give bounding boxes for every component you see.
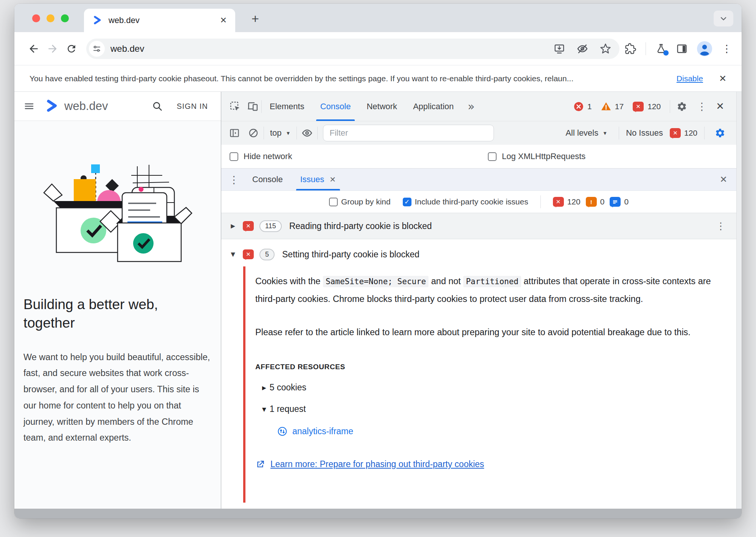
checkbox-unchecked[interactable] (230, 152, 238, 161)
issue-error-bubble-icon: ✕ (243, 221, 254, 231)
experiments-flask-icon[interactable] (655, 43, 667, 54)
cookies-tree-item[interactable]: ▶ 5 cookies (255, 382, 723, 393)
console-settings-gear-icon[interactable] (711, 125, 729, 141)
tab-console[interactable]: Console (312, 92, 359, 121)
search-icon[interactable] (152, 101, 163, 112)
inspect-element-icon[interactable] (227, 98, 244, 115)
checkbox-unchecked[interactable] (329, 198, 338, 206)
issue-title[interactable]: Setting third-party cookie is blocked (282, 249, 419, 260)
issue-title[interactable]: Reading third-party cookie is blocked (289, 221, 432, 231)
boxes-illustration (42, 161, 193, 271)
issue-row-reading-cookie[interactable]: ▶ ✕ 115 Reading third-party cookie is bl… (221, 213, 736, 239)
error-count-icon[interactable] (574, 102, 584, 111)
toolbar-separator (704, 127, 705, 139)
toolbar-separator (670, 100, 670, 113)
issue-error-bar (243, 266, 245, 503)
console-sidebar-icon[interactable] (226, 125, 243, 141)
external-link-icon (255, 460, 265, 469)
drawer-tab-issues[interactable]: Issues ✕ (292, 169, 345, 190)
group-by-kind-checkbox[interactable]: Group by kind (329, 197, 391, 206)
drawer-menu-kebab-icon[interactable]: ⋮ (224, 174, 244, 186)
devtools-menu-kebab-icon[interactable]: ⋮ (694, 101, 710, 112)
forward-icon[interactable] (43, 39, 62, 58)
bookmark-star-icon[interactable] (600, 43, 611, 54)
tab-close-icon[interactable]: ✕ (220, 15, 227, 25)
window-controls (32, 14, 69, 22)
sign-in-button[interactable]: SIGN IN (177, 102, 208, 111)
omnibox-actions (554, 43, 611, 55)
code-partitioned: Partitioned (463, 276, 521, 287)
tab-application[interactable]: Application (405, 92, 462, 121)
collapse-icon[interactable]: ▼ (229, 251, 237, 258)
console-filter-input[interactable] (323, 125, 494, 141)
drawer-close-icon[interactable]: ✕ (714, 174, 733, 185)
side-panel-icon[interactable] (676, 43, 688, 54)
no-issues-label[interactable]: No Issues (626, 128, 663, 138)
address-bar[interactable]: web.dev (86, 39, 619, 59)
learn-more-link[interactable]: Learn more: Prepare for phasing out thir… (255, 459, 723, 469)
profile-avatar[interactable] (697, 41, 712, 56)
devtools-scrollbar[interactable] (736, 92, 742, 509)
drawer-tab-console[interactable]: Console (244, 169, 292, 190)
warning-count-icon[interactable] (601, 101, 611, 111)
devtools-settings-gear-icon[interactable] (673, 98, 691, 115)
zoom-window-button[interactable] (61, 14, 69, 22)
install-app-icon[interactable] (554, 43, 565, 54)
flask-notification-dot (663, 50, 669, 56)
execution-context-selector[interactable]: top ▼ (265, 128, 295, 138)
request-link[interactable]: analytics-iframe (277, 426, 723, 436)
tab-search-chevron-icon[interactable] (714, 11, 733, 26)
site-settings-icon[interactable] (89, 41, 105, 57)
include-third-party-checkbox[interactable]: ✓ Include third-party cookie issues (403, 197, 528, 206)
issues-bubble-icon[interactable]: ✕ (633, 102, 644, 111)
checkbox-checked[interactable]: ✓ (403, 198, 411, 206)
expand-icon[interactable]: ▶ (262, 385, 266, 391)
hamburger-menu-icon[interactable] (23, 101, 35, 112)
url-text[interactable]: web.dev (110, 43, 548, 54)
infobar-close-icon[interactable]: ✕ (719, 73, 727, 84)
tab-network[interactable]: Network (359, 92, 405, 121)
issue-error-bubble-icon: ✕ (243, 249, 254, 259)
issue-info-count: 0 (610, 197, 629, 207)
close-window-button[interactable] (32, 14, 40, 22)
issue-count-pill: 5 (259, 249, 275, 260)
infobar-disable-link[interactable]: Disable (677, 74, 703, 83)
page-intro-text: We want to help you build beautiful, acc… (23, 349, 212, 446)
collapse-icon[interactable]: ▼ (262, 406, 266, 412)
requests-tree-item[interactable]: ▼ 1 request (255, 404, 723, 414)
drawer-tab-close-icon[interactable]: ✕ (329, 175, 336, 184)
error-count: 1 (587, 102, 592, 111)
reload-icon[interactable] (62, 39, 81, 58)
browser-tab[interactable]: web.dev ✕ (84, 9, 235, 32)
log-levels-dropdown[interactable]: All levels ▼ (561, 128, 612, 138)
issue-row-setting-cookie[interactable]: ▼ ✕ 5 Setting third-party cookie is bloc… (221, 242, 736, 266)
devtools-status-cluster: 1 17 ✕ 120 ⋮ ✕ (574, 98, 731, 115)
hide-network-checkbox[interactable]: Hide network (230, 152, 292, 161)
preview-hidden-eye-icon[interactable] (576, 43, 588, 55)
log-xhr-checkbox[interactable]: Log XMLHttpRequests (488, 152, 585, 161)
devtools-main-toolbar: Elements Console Network Application » 1… (221, 92, 736, 121)
devtools-close-icon[interactable]: ✕ (713, 101, 727, 112)
dropdown-arrow-icon: ▼ (602, 130, 607, 136)
back-icon[interactable] (24, 39, 43, 58)
tab-title: web.dev (109, 15, 214, 25)
site-brand[interactable]: web.dev (64, 99, 152, 113)
affected-resources-label: AFFECTED RESOURCES (255, 363, 723, 371)
extensions-puzzle-icon[interactable] (625, 43, 636, 54)
tab-elements[interactable]: Elements (262, 92, 312, 121)
browser-menu-kebab-icon[interactable]: ⋮ (722, 43, 732, 54)
issue-description-2: Please refer to the article linked to le… (255, 323, 723, 341)
more-tabs-icon[interactable]: » (462, 100, 481, 113)
expand-icon[interactable]: ▶ (229, 223, 237, 229)
issue-kebab-icon[interactable]: ⋮ (711, 220, 731, 232)
new-tab-button[interactable]: + (247, 10, 264, 27)
console-issues-badge[interactable]: ✕ 120 (670, 128, 697, 138)
clear-console-icon[interactable] (245, 125, 262, 141)
checkbox-unchecked[interactable] (488, 152, 497, 161)
dropdown-arrow-icon: ▼ (286, 130, 291, 136)
live-expression-eye-icon[interactable] (298, 125, 316, 141)
webdev-logo[interactable] (45, 99, 60, 114)
minimize-window-button[interactable] (47, 14, 54, 22)
code-samesite: SameSite=None; Secure (323, 276, 429, 287)
device-toolbar-icon[interactable] (244, 98, 261, 115)
